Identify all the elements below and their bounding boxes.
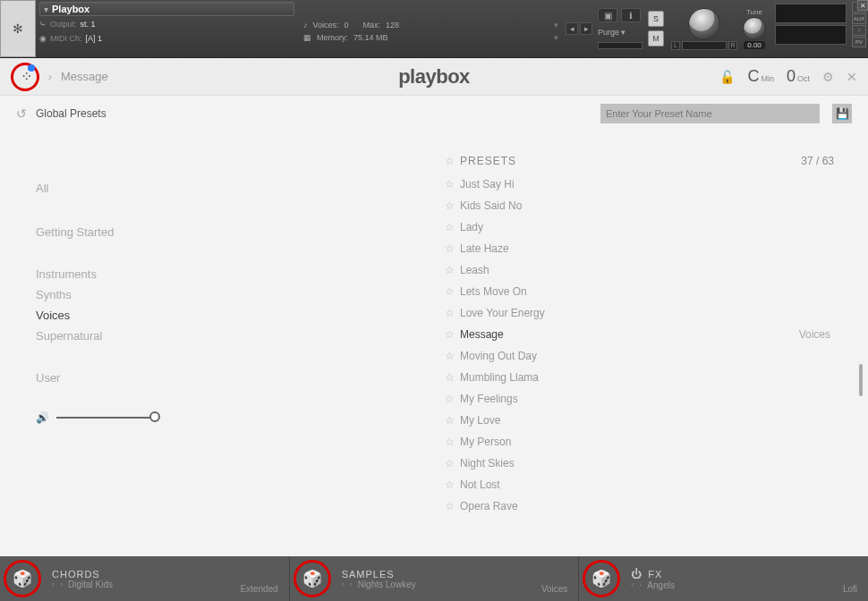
settings-gear-icon[interactable]: ✻ <box>0 0 36 57</box>
close-instrument-icon[interactable]: ✕ <box>857 0 868 11</box>
breadcrumb-preset-name[interactable]: Message <box>61 70 108 83</box>
next-preset-icon[interactable]: ▸ <box>580 22 592 35</box>
preset-row[interactable]: ☆ Opera Rave <box>438 495 850 517</box>
mute-button[interactable]: M <box>648 30 664 47</box>
favorite-star-icon[interactable]: ☆ <box>438 242 460 255</box>
tune-label: Tune <box>746 8 762 16</box>
favorite-star-icon[interactable]: ☆ <box>438 393 460 405</box>
preset-list: ☆ Just Say Hi ☆ Kids Said No ☆ Lady ☆ La… <box>438 174 850 522</box>
category-item[interactable]: User <box>36 366 438 390</box>
star-icon[interactable]: ☆ <box>438 155 460 167</box>
randomize-global-button[interactable]: ⁘ <box>11 63 39 91</box>
preset-row[interactable]: ☆ Mumbling Llama <box>438 367 850 388</box>
favorite-star-icon[interactable]: ☆ <box>438 457 460 470</box>
preset-row[interactable]: ☆ Message Voices <box>438 324 850 345</box>
chevron-left-icon[interactable]: ‹ <box>342 580 345 588</box>
fx-title: FX <box>648 569 662 580</box>
preset-row[interactable]: ☆ My Person <box>438 431 850 453</box>
prev-preset-icon[interactable]: ◂ <box>566 22 578 35</box>
key-display[interactable]: C Min <box>747 67 774 86</box>
presets-count: 37 / 63 <box>801 155 850 167</box>
lock-icon[interactable]: 🔓 <box>719 70 735 84</box>
preset-row[interactable]: ☆ Moving Out Day <box>438 345 850 367</box>
gear-icon[interactable]: ⚙ <box>822 70 834 84</box>
speaker-icon[interactable]: 🔊 <box>36 411 49 424</box>
midi-ch-value[interactable]: [A] 1 <box>86 34 103 43</box>
randomize-samples-button[interactable]: 🎲 <box>294 560 331 597</box>
purge-progress <box>598 42 642 49</box>
favorite-star-icon[interactable]: ☆ <box>438 436 460 448</box>
instrument-title-bar[interactable]: ▾ Playbox <box>39 2 294 16</box>
randomize-fx-button[interactable]: 🎲 <box>583 560 620 597</box>
favorite-star-icon[interactable]: ☆ <box>438 414 460 427</box>
preset-row[interactable]: ☆ Lady <box>438 216 850 238</box>
preset-name: My Person <box>460 436 850 448</box>
category-item[interactable]: Getting Started <box>36 220 438 244</box>
samples-section[interactable]: 🎲 SAMPLES ‹›Nights Lowkey Voices <box>290 556 580 601</box>
pv-button[interactable]: PV <box>852 37 866 47</box>
info-icon[interactable]: ℹ <box>621 8 641 22</box>
caret-down-icon[interactable]: ▾ <box>621 28 625 37</box>
preset-row[interactable]: ☆ Leash <box>438 259 850 281</box>
favorite-star-icon[interactable]: ☆ <box>438 307 460 319</box>
favorite-star-icon[interactable]: ☆ <box>438 371 460 384</box>
chevron-right-icon[interactable]: › <box>639 580 642 589</box>
dropdown-icon[interactable]: ▾ <box>554 21 558 30</box>
category-item[interactable]: Voices <box>36 305 438 326</box>
close-panel-icon[interactable]: ✕ <box>847 70 857 84</box>
global-presets-label[interactable]: Global Presets <box>36 107 106 120</box>
randomize-chords-button[interactable]: 🎲 <box>4 560 41 597</box>
category-item[interactable]: Supernatural <box>36 326 438 346</box>
fx-section[interactable]: 🎲 ⏻FX ‹›Angels Lofi <box>579 556 868 601</box>
aux-button[interactable]: AUX <box>852 13 866 24</box>
refresh-icon[interactable]: ↺ <box>16 106 27 121</box>
favorite-star-icon[interactable]: ☆ <box>438 500 460 512</box>
power-icon[interactable]: ⏻ <box>631 568 642 580</box>
dropdown-icon[interactable]: ▾ <box>554 33 558 42</box>
preset-row[interactable]: ☆ Late Haze <box>438 238 850 259</box>
favorite-star-icon[interactable]: ☆ <box>438 285 460 298</box>
save-preset-icon[interactable]: 💾 <box>832 104 852 123</box>
warn-icon[interactable]: ! <box>852 25 866 36</box>
solo-button[interactable]: S <box>648 11 664 27</box>
favorite-star-icon[interactable]: ☆ <box>438 478 460 491</box>
category-item[interactable]: Synths <box>36 284 438 305</box>
volume-slider[interactable] <box>56 417 155 419</box>
tune-knob[interactable] <box>743 17 766 40</box>
samples-value: Nights Lowkey <box>358 580 416 589</box>
chords-section[interactable]: 🎲 CHORDS ‹›Digital Kids Extended <box>0 556 290 601</box>
dice-icon: 🎲 <box>591 569 611 588</box>
favorite-star-icon[interactable]: ☆ <box>438 221 460 233</box>
purge-label[interactable]: Purge <box>598 28 619 37</box>
volume-knob[interactable] <box>688 8 720 40</box>
preset-row[interactable]: ☆ Not Lost <box>438 474 850 495</box>
dice-icon: 🎲 <box>302 569 322 588</box>
chevron-right-icon[interactable]: › <box>60 580 63 588</box>
chevron-left-icon[interactable]: ‹ <box>631 580 634 589</box>
preset-row[interactable]: ☆ Night Skies <box>438 453 850 474</box>
scrollbar[interactable] <box>859 176 863 516</box>
preset-row[interactable]: ☆ Just Say Hi <box>438 174 850 195</box>
preset-row[interactable]: ☆ Lets Move On <box>438 281 850 302</box>
output-value[interactable]: st. 1 <box>81 20 96 29</box>
scroll-thumb[interactable] <box>859 364 863 396</box>
preset-row[interactable]: ☆ My Feelings <box>438 388 850 410</box>
chevron-right-icon[interactable]: › <box>350 580 353 588</box>
slider-thumb[interactable] <box>149 411 160 422</box>
favorite-star-icon[interactable]: ☆ <box>438 199 460 212</box>
favorite-star-icon[interactable]: ☆ <box>438 350 460 362</box>
output-meter-2 <box>775 25 847 45</box>
favorite-star-icon[interactable]: ☆ <box>438 178 460 190</box>
preset-name-input[interactable] <box>600 104 820 123</box>
preset-row[interactable]: ☆ Love Your Energy <box>438 302 850 324</box>
favorite-star-icon[interactable]: ☆ <box>438 328 460 341</box>
octave-display[interactable]: 0 Oct <box>787 67 810 86</box>
preset-row[interactable]: ☆ My Love <box>438 410 850 431</box>
snapshot-icon[interactable]: ▣ <box>598 8 617 22</box>
favorite-star-icon[interactable]: ☆ <box>438 264 460 276</box>
preset-row[interactable]: ☆ Kids Said No <box>438 195 850 216</box>
category-item[interactable]: Instruments <box>36 264 438 284</box>
instrument-name: Playbox <box>52 4 89 14</box>
category-item[interactable]: All <box>36 176 438 200</box>
chevron-left-icon[interactable]: ‹ <box>52 580 55 588</box>
